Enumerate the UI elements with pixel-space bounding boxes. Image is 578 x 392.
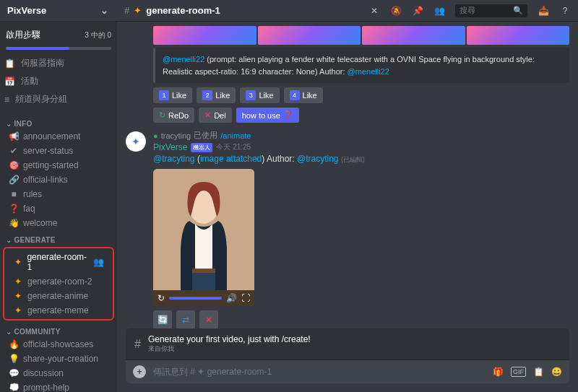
bell-icon[interactable]: 🔕 [390,5,402,17]
video-preview[interactable]: ↻ 🔊 ⛶ [153,169,254,306]
message-input[interactable]: + 傳訊息到 # ✦ generate-room-1 🎁 GIF 📋 😀 [126,360,569,383]
channel-label: welcome [23,218,57,228]
delete-button[interactable]: ✕ [199,310,218,328]
channel-generate-anime[interactable]: ✦generate-anime [7,289,110,303]
like-3-button[interactable]: 3Like [240,87,279,103]
generate-highlight: ✦generate-room-1👥 ✦generate-room-2 ✦gene… [3,247,114,321]
channel-getting-started[interactable]: 🎯getting-started [3,158,114,173]
onboard-title: 啟用步驟 [6,29,40,41]
thumb-1[interactable] [153,26,256,45]
bot-avatar[interactable]: ✦ [126,131,146,152]
emoji-icon[interactable]: 😀 [551,367,562,377]
sparkle-icon: ✦ [13,305,23,315]
fire-icon: 🔥 [9,339,19,349]
fullscreen-icon[interactable]: ⛶ [241,293,250,303]
add-attachment-button[interactable]: + [133,365,146,378]
channel-announcement[interactable]: 📢announcement [3,129,114,144]
sparkle-icon: ✦ [134,5,142,16]
channel-official-links[interactable]: 🔗official-links [3,173,114,187]
shuffle-icon: ⇄ [182,315,189,325]
category-community[interactable]: ⌄ COMMUNITY [0,322,117,337]
threads-icon[interactable]: ✕ [368,5,380,17]
server-name-header[interactable]: PixVerse ⌄ [0,0,117,22]
mention[interactable]: @menelli22 [348,67,389,76]
mention[interactable]: @tracyting [297,154,339,164]
check-icon: ✔ [9,146,19,156]
timestamp: 今天 21:25 [216,142,251,152]
message: ✦ ● tracyting 已使用 /animate PixVerse 機器人 … [126,130,569,328]
channel-prompt-help[interactable]: 💭prompt-help [3,380,114,392]
button-label: ReDo [168,111,189,120]
button-label: Del [214,111,226,120]
sys-user[interactable]: tracyting [161,131,191,140]
category-info[interactable]: ⌄ INFO [0,114,117,129]
howto-button[interactable]: how to use❓ [236,108,299,123]
inbox-icon[interactable]: 📥 [538,5,549,17]
embed-block: @menelli22 (prompt: alien playing a fend… [153,48,569,83]
hash-icon: # [134,338,141,351]
channel-rules[interactable]: ■rules [3,187,114,201]
progress-bar[interactable] [169,297,222,300]
calendar-icon: 📅 [4,77,15,87]
channel-share[interactable]: 💡share-your-creation [3,352,114,366]
question-icon: ❓ [9,204,19,214]
onboard-progress [6,47,111,50]
channel-generate-room-2[interactable]: ✦generate-room-2 [7,274,110,289]
channel-generate-room-1[interactable]: ✦generate-room-1👥 [7,250,110,274]
image-grid[interactable] [153,26,569,45]
mention[interactable]: @menelli22 [163,55,204,64]
help-icon[interactable]: ? [559,5,571,17]
volume-icon[interactable]: 🔊 [226,293,237,303]
channel-showcases[interactable]: 🔥official-showcases [3,337,114,352]
channel-faq[interactable]: ❓faq [3,201,114,216]
channel-label: announcement [23,131,80,141]
channel-generate-meme[interactable]: ✦generate-meme [7,303,110,318]
thumb-3[interactable] [362,26,465,45]
redo-button[interactable]: ↻ReDo [153,108,194,123]
video-controls: ↻ 🔊 ⛶ [153,290,254,306]
gift-icon[interactable]: 🎁 [493,367,504,377]
search-input[interactable]: 搜尋 🔍 [455,4,527,17]
del-button[interactable]: ✕Del [199,108,232,123]
sidebar-item-guide[interactable]: 📋伺服器指南 [0,54,117,72]
input-placeholder: 傳訊息到 # ✦ generate-room-1 [153,366,486,378]
sparkle-icon: ✦ [13,257,22,267]
sidebar-item-events[interactable]: 📅活動 [0,72,117,90]
sticker-icon[interactable]: 📋 [533,367,544,377]
sidebar-item-channels[interactable]: ≡頻道與身分組 [0,90,117,108]
search-placeholder: 搜尋 [460,5,475,16]
like-2-button[interactable]: 2Like [197,87,236,103]
channel-name: generate-room-1 [146,5,220,16]
gif-icon[interactable]: GIF [511,367,526,377]
onboard-header[interactable]: 啟用步驟 3 中的 0 [6,26,111,44]
category-label: COMMUNITY [14,328,60,336]
guide-icon: 📋 [4,58,15,69]
svg-rect-3 [192,269,215,273]
author-name[interactable]: PixVerse [153,142,187,152]
thumb-4[interactable] [467,26,570,45]
sys-command[interactable]: /animate [220,131,251,140]
thumb-2[interactable] [258,26,361,45]
edited-label: (已編輯) [341,156,365,163]
channel-label: getting-started [23,160,79,170]
link-icon: 🔗 [9,175,19,185]
members-icon[interactable]: 👥 [434,5,445,17]
category-generate[interactable]: ⌄ GENERATE [0,230,117,245]
channel-label: prompt-help [23,383,69,392]
like-1-button[interactable]: 1Like [153,87,192,103]
attachment-link[interactable]: image attatched [200,154,262,164]
replay-icon[interactable]: ↻ [158,293,165,303]
hash-icon: # [124,5,129,16]
channel-welcome[interactable]: 👋welcome [3,216,114,230]
like-4-button[interactable]: 4Like [284,87,323,103]
bot-tag: 機器人 [191,143,212,152]
channel-server-status[interactable]: ✔server-status [3,144,114,158]
refresh-button[interactable]: 🔄 [153,310,172,328]
channel-label: faq [23,204,35,214]
shuffle-button[interactable]: ⇄ [176,310,195,328]
pin-icon[interactable]: 📌 [412,5,423,17]
mention[interactable]: @tracyting [153,154,195,164]
reply-icon: ● [153,131,158,140]
onboard-count: 3 中的 0 [85,30,111,40]
channel-discussion[interactable]: 💬discussion [3,366,114,380]
